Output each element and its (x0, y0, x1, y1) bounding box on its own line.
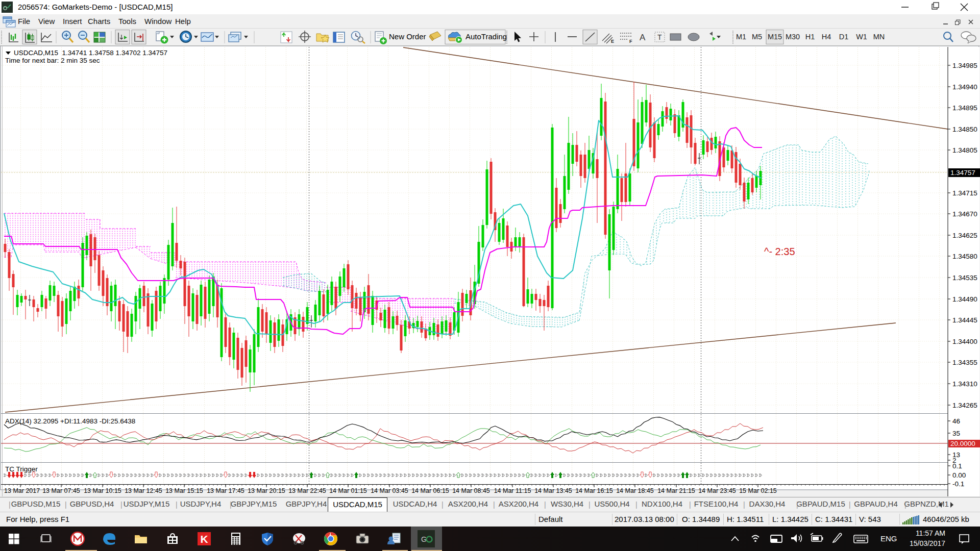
svg-text:46: 46 (952, 417, 960, 425)
svg-text:1.34445: 1.34445 (952, 316, 977, 324)
svg-text:14 Mar 21:15: 14 Mar 21:15 (657, 487, 695, 494)
svg-text:F: F (629, 39, 632, 44)
svg-text:13 Mar 22:45: 13 Mar 22:45 (288, 487, 326, 494)
svg-text:M30: M30 (786, 33, 800, 41)
svg-text:14 Mar 18:45: 14 Mar 18:45 (616, 487, 654, 494)
svg-text:1.34535: 1.34535 (952, 274, 977, 282)
svg-text:1.34895: 1.34895 (952, 104, 977, 112)
svg-text:1.34670: 1.34670 (952, 210, 977, 218)
svg-text:1.34310: 1.34310 (952, 380, 977, 388)
svg-text:H1: H1 (805, 33, 815, 41)
svg-text:14 Mar 01:15: 14 Mar 01:15 (329, 487, 367, 494)
svg-text:13 Mar 15:15: 13 Mar 15:15 (165, 487, 203, 494)
svg-text:M5: M5 (752, 33, 762, 41)
svg-text:1.34805: 1.34805 (952, 146, 977, 154)
svg-text:MN: MN (873, 33, 885, 41)
svg-text:1.34715: 1.34715 (952, 189, 977, 197)
svg-text:E: E (611, 39, 614, 44)
svg-text:13 Mar 07:45: 13 Mar 07:45 (42, 487, 80, 494)
svg-text:H4: H4 (822, 33, 831, 41)
svg-text:0.00: 0.00 (952, 471, 966, 479)
svg-text:D1: D1 (839, 33, 849, 41)
svg-text:USDCAD,M15 1.34741 1.34758 1.: USDCAD,M15 1.34741 1.34758 1.34702 1.347… (14, 49, 167, 57)
svg-text:M15: M15 (768, 33, 782, 41)
svg-text:13 Mar 10:15: 13 Mar 10:15 (84, 487, 121, 494)
svg-text:14 Mar 06:15: 14 Mar 06:15 (411, 487, 449, 494)
svg-text:13 Mar 17:45: 13 Mar 17:45 (207, 487, 244, 494)
svg-text:14 Mar 13:45: 14 Mar 13:45 (534, 487, 572, 494)
svg-text:-0.1: -0.1 (952, 480, 964, 488)
svg-text:14 Mar 16:15: 14 Mar 16:15 (575, 487, 613, 494)
svg-text:New Order: New Order (389, 32, 426, 41)
svg-text:AutoTrading: AutoTrading (465, 32, 507, 41)
svg-text:1.34850: 1.34850 (952, 126, 977, 133)
svg-text:T: T (657, 33, 662, 41)
svg-text:^- 2:35: ^- 2:35 (764, 246, 795, 257)
svg-text:14 Mar 03:45: 14 Mar 03:45 (371, 487, 408, 494)
svg-text:1.34265: 1.34265 (952, 402, 977, 409)
svg-text:35: 35 (952, 430, 960, 437)
svg-text:1.34355: 1.34355 (952, 359, 977, 366)
svg-text:M1: M1 (736, 33, 746, 41)
svg-text:15 Mar 02:15: 15 Mar 02:15 (739, 487, 777, 494)
svg-text:1.34400: 1.34400 (952, 338, 977, 345)
svg-text:0.1: 0.1 (952, 462, 962, 470)
svg-text:1.34940: 1.34940 (952, 83, 977, 91)
svg-text:13 Mar 12:45: 13 Mar 12:45 (125, 487, 162, 494)
svg-text:14 Mar 23:45: 14 Mar 23:45 (698, 487, 736, 494)
svg-text:14 Mar 08:45: 14 Mar 08:45 (452, 487, 490, 494)
svg-text:1.34580: 1.34580 (952, 253, 977, 260)
svg-text:1.34985: 1.34985 (952, 62, 977, 69)
svg-text:14 Mar 11:15: 14 Mar 11:15 (494, 487, 531, 494)
svg-text:K: K (200, 533, 208, 545)
svg-text:13 Mar 2017: 13 Mar 2017 (4, 487, 40, 494)
svg-text:ADX(14) 32.2095 +DI:11.4983 -D: ADX(14) 32.2095 +DI:11.4983 -DI:25.6438 (5, 417, 135, 425)
svg-text:W1: W1 (856, 33, 867, 41)
svg-text:20.0000: 20.0000 (950, 440, 975, 447)
svg-text:Time for next bar: 2 min 35 se: Time for next bar: 2 min 35 sec (5, 57, 100, 64)
svg-text:1.34757: 1.34757 (950, 169, 975, 177)
svg-text:13 Mar 20:15: 13 Mar 20:15 (248, 487, 285, 494)
svg-text:A: A (640, 33, 646, 42)
svg-text:1.34490: 1.34490 (952, 295, 977, 303)
svg-text:1.34625: 1.34625 (952, 232, 977, 239)
